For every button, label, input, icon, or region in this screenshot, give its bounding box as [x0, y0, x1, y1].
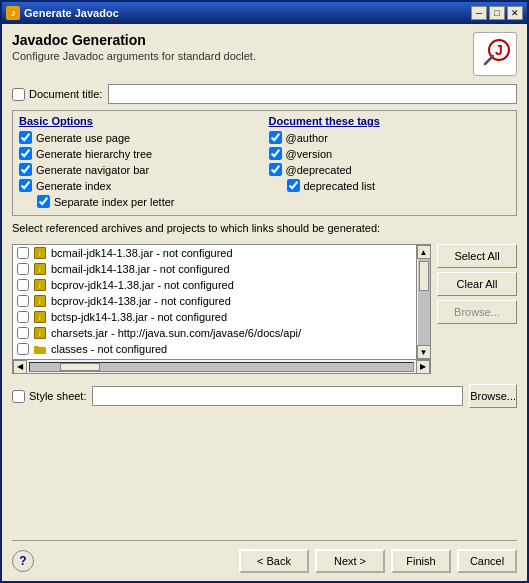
vertical-scrollbar[interactable]: ▲ ▼ [416, 245, 430, 359]
doc-tag-0-checkbox[interactable] [269, 131, 282, 144]
scroll-track-x [29, 362, 414, 372]
archive-6-label: classes - not configured [51, 343, 167, 355]
basic-opt-2-checkbox[interactable] [19, 163, 32, 176]
doc-tag-3: deprecated list [287, 179, 511, 192]
archive-label: Select referenced archives and projects … [12, 222, 517, 234]
minimize-button[interactable]: ─ [471, 6, 487, 20]
doc-title-checkbox[interactable] [12, 88, 25, 101]
basic-opt-3-checkbox[interactable] [19, 179, 32, 192]
archive-buttons: Select All Clear All Browse... [437, 244, 517, 374]
close-button[interactable]: ✕ [507, 6, 523, 20]
finish-button[interactable]: Finish [391, 549, 451, 573]
basic-opt-4: Separate index per letter [37, 195, 261, 208]
basic-opt-4-checkbox[interactable] [37, 195, 50, 208]
doc-tag-1: @version [269, 147, 511, 160]
archive-1-label: bcmail-jdk14-138.jar - not configured [51, 263, 230, 275]
svg-rect-6 [34, 346, 39, 350]
archive-3-label: bcprov-jdk14-138.jar - not configured [51, 295, 231, 307]
doc-title-input[interactable] [108, 84, 517, 104]
jar-icon: j [33, 278, 47, 292]
select-all-button[interactable]: Select All [437, 244, 517, 268]
jar-icon: j [33, 246, 47, 260]
doc-tag-1-checkbox[interactable] [269, 147, 282, 160]
jar-icon: j [33, 262, 47, 276]
basic-opt-3: Generate index [19, 179, 261, 192]
cancel-button[interactable]: Cancel [457, 549, 517, 573]
basic-opt-2: Generate navigator bar [19, 163, 261, 176]
bottom-left: ? [12, 550, 34, 572]
list-item: j bcmail-jdk14-138.jar - not configured [13, 261, 416, 277]
archive-0-checkbox[interactable] [17, 247, 29, 259]
style-input[interactable] [92, 386, 463, 406]
title-bar: J Generate Javadoc ─ □ ✕ [2, 2, 527, 24]
title-bar-buttons: ─ □ ✕ [471, 6, 523, 20]
archive-3-checkbox[interactable] [17, 295, 29, 307]
archive-4-label: bctsp-jdk14-1.38.jar - not configured [51, 311, 227, 323]
list-item: classes - not configured [13, 341, 416, 357]
doc-title-row: Document title: [12, 84, 517, 104]
scroll-down-arrow[interactable]: ▼ [417, 345, 431, 359]
doc-title-label: Document title: [12, 88, 102, 101]
scroll-thumb-x[interactable] [60, 363, 100, 371]
next-button[interactable]: Next > [315, 549, 385, 573]
content-area: Javadoc Generation Configure Javadoc arg… [2, 24, 527, 581]
archive-list-container: j bcmail-jdk14-1.38.jar - not configured… [12, 244, 431, 374]
basic-options-panel: Basic Options Generate use page Generate… [19, 115, 261, 211]
archive-4-checkbox[interactable] [17, 311, 29, 323]
page-subtitle: Configure Javadoc arguments for standard… [12, 50, 256, 62]
jar-icon: j [33, 326, 47, 340]
scroll-track-y [418, 259, 430, 345]
header-section: Javadoc Generation Configure Javadoc arg… [12, 32, 517, 76]
browse-style-button[interactable]: Browse... [469, 384, 517, 408]
doc-tags-title: Document these tags [269, 115, 511, 127]
doc-tag-2-checkbox[interactable] [269, 163, 282, 176]
options-panels: Basic Options Generate use page Generate… [12, 110, 517, 216]
archive-6-checkbox[interactable] [17, 343, 29, 355]
scroll-left-arrow[interactable]: ◀ [13, 360, 27, 374]
window-icon: J [6, 6, 20, 20]
style-label: Style sheet: [12, 390, 86, 403]
jar-icon: j [33, 310, 47, 324]
scroll-right-arrow[interactable]: ▶ [416, 360, 430, 374]
basic-opt-0: Generate use page [19, 131, 261, 144]
archive-5-label: charsets.jar - http://java.sun.com/javas… [51, 327, 301, 339]
clear-all-button[interactable]: Clear All [437, 272, 517, 296]
list-item: j charsets.jar - http://java.sun.com/jav… [13, 325, 416, 341]
help-button[interactable]: ? [12, 550, 34, 572]
archive-1-checkbox[interactable] [17, 263, 29, 275]
archive-list[interactable]: j bcmail-jdk14-1.38.jar - not configured… [13, 245, 416, 359]
doc-tag-2: @deprecated [269, 163, 511, 176]
archive-0-label: bcmail-jdk14-1.38.jar - not configured [51, 247, 233, 259]
archive-5-checkbox[interactable] [17, 327, 29, 339]
maximize-button[interactable]: □ [489, 6, 505, 20]
archive-list-inner: j bcmail-jdk14-1.38.jar - not configured… [13, 245, 430, 359]
horizontal-scrollbar[interactable]: ◀ ▶ [13, 359, 430, 373]
page-title: Javadoc Generation [12, 32, 256, 48]
back-button[interactable]: < Back [239, 549, 309, 573]
doc-tag-3-checkbox[interactable] [287, 179, 300, 192]
svg-text:J: J [11, 10, 15, 17]
basic-opt-1-checkbox[interactable] [19, 147, 32, 160]
jar-icon: j [33, 294, 47, 308]
basic-options-title: Basic Options [19, 115, 261, 127]
doc-tag-0: @author [269, 131, 511, 144]
basic-opt-1: Generate hierarchy tree [19, 147, 261, 160]
style-sheet-row: Style sheet: Browse... [12, 384, 517, 408]
list-item: j bcprov-jdk14-1.38.jar - not configured [13, 277, 416, 293]
header-text: Javadoc Generation Configure Javadoc arg… [12, 32, 256, 62]
title-bar-text: Generate Javadoc [24, 7, 467, 19]
style-checkbox[interactable] [12, 390, 25, 403]
list-item: j bcprov-jdk14-138.jar - not configured [13, 293, 416, 309]
basic-opt-0-checkbox[interactable] [19, 131, 32, 144]
archive-2-checkbox[interactable] [17, 279, 29, 291]
scroll-up-arrow[interactable]: ▲ [417, 245, 431, 259]
browse-archives-button[interactable]: Browse... [437, 300, 517, 324]
doc-tags-panel: Document these tags @author @version @de… [269, 115, 511, 211]
svg-text:J: J [495, 42, 503, 58]
archive-2-label: bcprov-jdk14-1.38.jar - not configured [51, 279, 234, 291]
javadoc-icon: J [473, 32, 517, 76]
archive-panel: j bcmail-jdk14-1.38.jar - not configured… [12, 244, 517, 374]
scroll-thumb-y[interactable] [419, 261, 429, 291]
main-window: J Generate Javadoc ─ □ ✕ Javadoc Generat… [0, 0, 529, 583]
list-item: j bctsp-jdk14-1.38.jar - not configured [13, 309, 416, 325]
